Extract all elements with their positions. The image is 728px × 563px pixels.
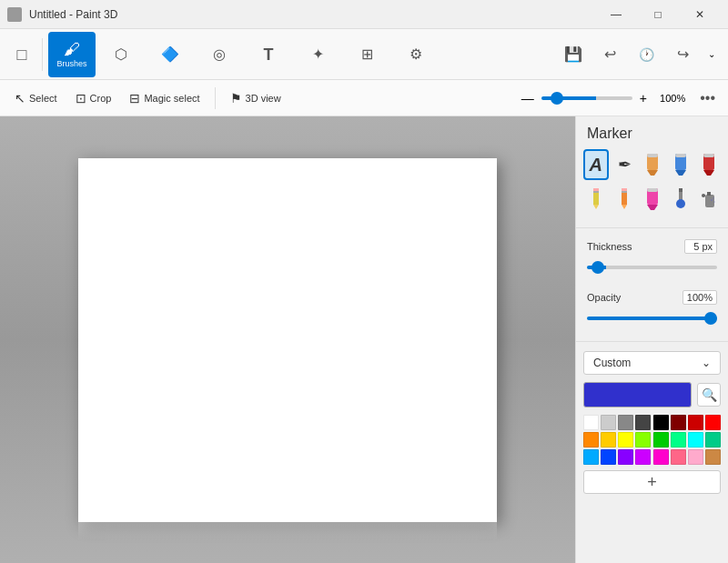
select-label: Select — [29, 93, 57, 104]
thickness-row: Thickness 5 px — [587, 239, 717, 254]
color-swatch-lightgray[interactable] — [601, 415, 616, 430]
thickness-value: 5 px — [684, 239, 717, 254]
add-color-button[interactable]: + — [583, 470, 721, 494]
canvas-area[interactable] — [0, 116, 575, 563]
tool-brushes[interactable]: 🖌 Brushes — [48, 32, 96, 77]
color-swatch-cyan[interactable] — [688, 432, 703, 447]
brush-marker-red[interactable] — [696, 149, 721, 180]
more-options-button[interactable]: ••• — [694, 88, 721, 108]
panel-div-2 — [576, 341, 728, 342]
window-controls: — □ ✕ — [595, 0, 721, 29]
svg-rect-11 — [593, 188, 599, 191]
tool-effects[interactable]: ✦ — [294, 32, 341, 77]
color-swatch-green[interactable] — [653, 432, 669, 447]
brush-spraypaint[interactable] — [696, 184, 721, 215]
svg-marker-1 — [647, 170, 658, 176]
color-swatch-lime[interactable] — [635, 432, 651, 447]
color-mode-label: Custom — [593, 357, 631, 369]
brush-watercolor[interactable] — [668, 184, 693, 215]
select-icon: ↖ — [15, 91, 25, 106]
svg-rect-24 — [707, 192, 711, 196]
color-swatch-peach[interactable] — [688, 449, 703, 465]
zoom-minus-button[interactable]: — — [518, 89, 538, 107]
main-toolbar: □ 🖌 Brushes ⬡ 🔷 ◎ T ✦ ⊞ ⚙ 💾 ↩ — [0, 29, 728, 80]
opacity-slider[interactable] — [587, 317, 717, 320]
crop-label: Crop — [90, 93, 112, 104]
svg-marker-4 — [675, 170, 686, 176]
brush-pencil-yellow[interactable] — [583, 184, 608, 215]
minimize-button[interactable]: — — [595, 0, 637, 29]
tool-stickers[interactable]: ◎ — [196, 32, 243, 77]
color-swatch-spring[interactable] — [671, 432, 686, 447]
toolbar-right: 💾 ↩ 🕐 ↪ ⌄ — [557, 32, 721, 77]
color-swatch-darkgray[interactable] — [635, 415, 651, 430]
color-mode-dropdown[interactable]: Custom ⌄ — [583, 351, 721, 375]
svg-rect-5 — [675, 154, 686, 157]
color-swatch-skyblue[interactable] — [583, 449, 599, 465]
tool-save-cloud[interactable]: 💾 — [557, 32, 590, 77]
svg-rect-12 — [593, 191, 599, 193]
color-swatch-tan[interactable] — [705, 449, 721, 465]
svg-rect-16 — [622, 191, 627, 193]
zoom-plus-button[interactable]: + — [636, 89, 651, 107]
brush-calligraphy[interactable]: A — [583, 149, 609, 180]
color-swatch-magenta[interactable] — [653, 449, 669, 465]
color-swatch-orange[interactable] — [583, 432, 599, 447]
color-swatch-medred[interactable] — [688, 415, 703, 430]
color-palette — [583, 415, 721, 465]
brush-row-2 — [583, 184, 721, 215]
toolbar-chevron[interactable]: ⌄ — [703, 45, 721, 64]
canvas-reflection — [78, 522, 497, 540]
svg-rect-2 — [647, 154, 658, 157]
color-swatch-teal[interactable] — [705, 432, 721, 447]
tool-redo[interactable]: ↪ — [666, 32, 699, 77]
color-swatch-white[interactable] — [583, 415, 599, 430]
tool-mixed-reality[interactable]: ⚙ — [392, 32, 440, 77]
app-icon — [7, 7, 22, 22]
color-swatch-gray[interactable] — [618, 415, 633, 430]
eyedropper-button[interactable]: 🔍 — [697, 383, 721, 407]
close-button[interactable]: ✕ — [679, 0, 721, 29]
brush-grid: A ✒ — [576, 149, 728, 222]
color-swatch-pink[interactable] — [671, 449, 686, 465]
brush-pencil-orange[interactable] — [612, 184, 636, 215]
svg-point-21 — [676, 199, 685, 208]
tool-history[interactable]: 🕐 — [630, 32, 662, 77]
color-swatch-darkred[interactable] — [671, 415, 686, 430]
tool-undo[interactable]: ↩ — [593, 32, 626, 77]
svg-rect-19 — [647, 188, 658, 192]
svg-rect-22 — [679, 188, 682, 192]
color-swatch-red[interactable] — [705, 415, 721, 430]
brush-marker-pink[interactable] — [640, 184, 664, 215]
tool-3dshapes[interactable]: 🔷 — [147, 32, 194, 77]
tool-canvas[interactable]: ⊞ — [343, 32, 390, 77]
toolbar-sep-1 — [42, 38, 43, 71]
color-swatch-blue[interactable] — [601, 449, 616, 465]
color-swatch-black[interactable] — [653, 415, 669, 430]
thickness-slider[interactable] — [587, 266, 717, 269]
thickness-slider-wrap — [587, 257, 717, 279]
svg-marker-7 — [703, 170, 714, 176]
color-swatch-violet[interactable] — [635, 449, 651, 465]
maximize-button[interactable]: □ — [637, 0, 679, 29]
magic-select-tool[interactable]: ⊟ Magic select — [122, 87, 207, 109]
tool-quicksave[interactable]: □ — [7, 32, 36, 77]
brush-marker-orange[interactable] — [641, 149, 665, 180]
tool-2dshapes[interactable]: ⬡ — [97, 32, 145, 77]
3d-view-button[interactable]: ⚑ 3D view — [223, 87, 288, 109]
drawing-canvas[interactable] — [78, 158, 497, 522]
add-icon: + — [647, 473, 657, 492]
crop-tool[interactable]: ⊡ Crop — [68, 87, 119, 109]
brush-marker-blue[interactable] — [668, 149, 693, 180]
dropdown-chevron-icon: ⌄ — [702, 357, 711, 369]
color-swatch-indigo[interactable] — [618, 449, 633, 465]
select-tool[interactable]: ↖ Select — [7, 87, 65, 109]
color-swatch-gold[interactable] — [601, 432, 616, 447]
brush-pen[interactable]: ✒ — [612, 149, 637, 180]
svg-point-29 — [713, 201, 715, 203]
tool-text[interactable]: T — [245, 32, 292, 77]
zoom-slider[interactable] — [541, 96, 632, 100]
color-swatch-yellow[interactable] — [618, 432, 633, 447]
color-preview-box[interactable] — [583, 382, 692, 407]
opacity-section: Opacity 100% — [576, 285, 728, 336]
